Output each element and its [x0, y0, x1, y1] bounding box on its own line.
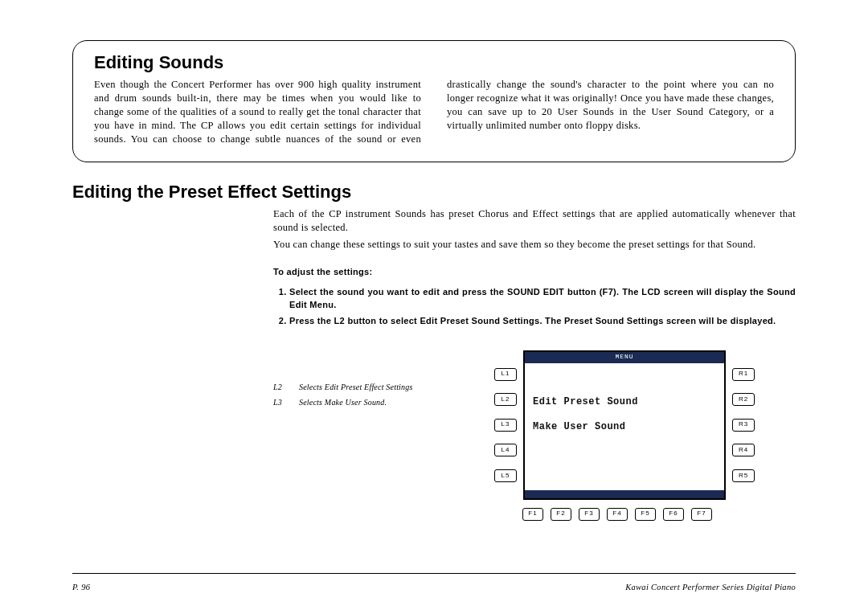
l5-button[interactable]: L5: [494, 469, 517, 482]
legend-row: L2 Selects Edit Preset Effect Settings: [273, 379, 413, 395]
section-heading: Editing the Preset Effect Settings: [72, 182, 796, 203]
legend-row: L3 Selects Make User Sound.: [273, 395, 413, 410]
l3-button[interactable]: L3: [494, 419, 517, 432]
box-heading: Editing Sounds: [94, 52, 774, 73]
page-footer: P. 96 Kawai Concert Performer Series Dig…: [72, 583, 796, 591]
f3-button[interactable]: F3: [579, 508, 600, 521]
legend-text: Selects Edit Preset Effect Settings: [299, 379, 413, 395]
f7-button[interactable]: F7: [691, 508, 712, 521]
lcd-line-4: [525, 439, 724, 464]
r1-button[interactable]: R1: [732, 368, 755, 381]
instruction-step-1: Select the sound you want to edit and pr…: [289, 286, 796, 312]
footer-rule: [72, 573, 796, 574]
f4-button[interactable]: F4: [607, 508, 628, 521]
instructions-list: Select the sound you want to edit and pr…: [273, 286, 796, 328]
f5-button[interactable]: F5: [635, 508, 656, 521]
l2-button[interactable]: L2: [494, 393, 517, 406]
section-paragraph-1: Each of the CP instrument Sounds has pre…: [273, 207, 796, 235]
lcd-left-buttons: L1 L2 L3 L4 L5: [494, 350, 517, 482]
editing-sounds-box: Editing Sounds Even though the Concert P…: [72, 40, 796, 162]
lcd-line-1: [525, 365, 724, 390]
lcd-line-3: Make User Sound: [525, 414, 724, 439]
lcd-screen-header: MENU: [525, 352, 724, 363]
lcd-screen-footer-bar: [525, 490, 724, 498]
box-body: Even though the Concert Performer has ov…: [94, 78, 774, 145]
f1-button[interactable]: F1: [522, 508, 543, 521]
footer-title: Kawai Concert Performer Series Digital P…: [625, 583, 796, 591]
lcd-legend: L2 Selects Edit Preset Effect Settings L…: [273, 379, 413, 410]
lcd-right-buttons: R1 R2 R3 R4 R5: [732, 350, 755, 482]
l1-button[interactable]: L1: [494, 368, 517, 381]
lcd-panel: L1 L2 L3 L4 L5 MENU Edit Preset Sound Ma: [494, 350, 755, 521]
r2-button[interactable]: R2: [732, 393, 755, 406]
f2-button[interactable]: F2: [551, 508, 571, 521]
instructions-title: To adjust the settings:: [273, 266, 796, 278]
instruction-step-2: Press the L2 button to select Edit Prese…: [289, 315, 796, 328]
f6-button[interactable]: F6: [663, 508, 684, 521]
legend-text: Selects Make User Sound.: [299, 395, 387, 410]
r3-button[interactable]: R3: [732, 419, 755, 432]
legend-key: L3: [273, 395, 288, 410]
section-paragraph-2: You can change these settings to suit yo…: [273, 238, 796, 252]
lcd-diagram: L2 Selects Edit Preset Effect Settings L…: [273, 350, 796, 535]
r4-button[interactable]: R4: [732, 444, 755, 456]
r5-button[interactable]: R5: [732, 469, 755, 482]
page-number: P. 96: [72, 583, 90, 591]
lcd-line-5: [525, 464, 724, 489]
lcd-screen: MENU Edit Preset Sound Make User Sound: [523, 350, 726, 500]
lcd-bottom-buttons: F1 F2 F3 F4 F5 F6 F7: [494, 508, 755, 521]
legend-key: L2: [273, 379, 288, 395]
lcd-line-2: Edit Preset Sound: [525, 389, 724, 414]
section-preset-effect: Editing the Preset Effect Settings Each …: [72, 182, 796, 534]
l4-button[interactable]: L4: [494, 444, 517, 456]
